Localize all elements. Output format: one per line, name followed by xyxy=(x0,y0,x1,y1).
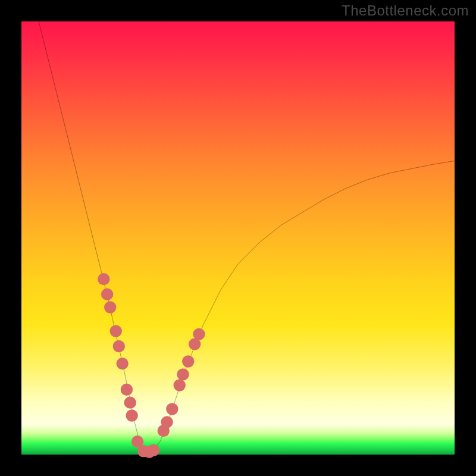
highlight-dot xyxy=(98,273,109,285)
plot-area xyxy=(21,21,455,455)
watermark-text: TheBottleneck.com xyxy=(342,2,469,19)
highlight-dot xyxy=(166,403,178,415)
highlight-dot xyxy=(174,379,186,391)
highlight-dot xyxy=(182,355,194,367)
curve-svg xyxy=(21,21,455,455)
highlight-dot xyxy=(148,444,159,456)
bottleneck-curve xyxy=(39,21,455,452)
highlight-dot xyxy=(116,358,128,369)
highlight-dot xyxy=(124,396,136,408)
highlight-dot xyxy=(193,328,205,340)
highlight-dot xyxy=(101,288,113,300)
highlight-dot xyxy=(104,301,116,313)
highlight-dot xyxy=(121,384,133,396)
highlight-dot xyxy=(110,325,122,337)
highlight-dot xyxy=(161,416,173,428)
highlight-dot xyxy=(177,368,189,380)
highlight-dot xyxy=(113,340,125,352)
highlight-dot xyxy=(126,409,137,421)
chart-frame: TheBottleneck.com xyxy=(0,0,476,476)
highlight-dots xyxy=(98,273,205,458)
